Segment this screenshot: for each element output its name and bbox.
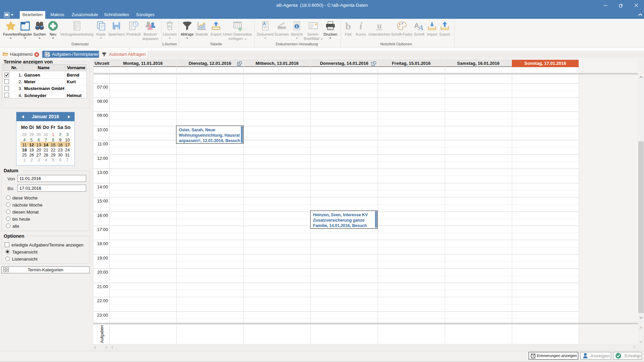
svg-text:A: A xyxy=(263,21,266,26)
svg-text:u: u xyxy=(377,21,382,31)
svg-text:i: i xyxy=(360,20,363,31)
svg-text:♻: ♻ xyxy=(168,25,171,29)
